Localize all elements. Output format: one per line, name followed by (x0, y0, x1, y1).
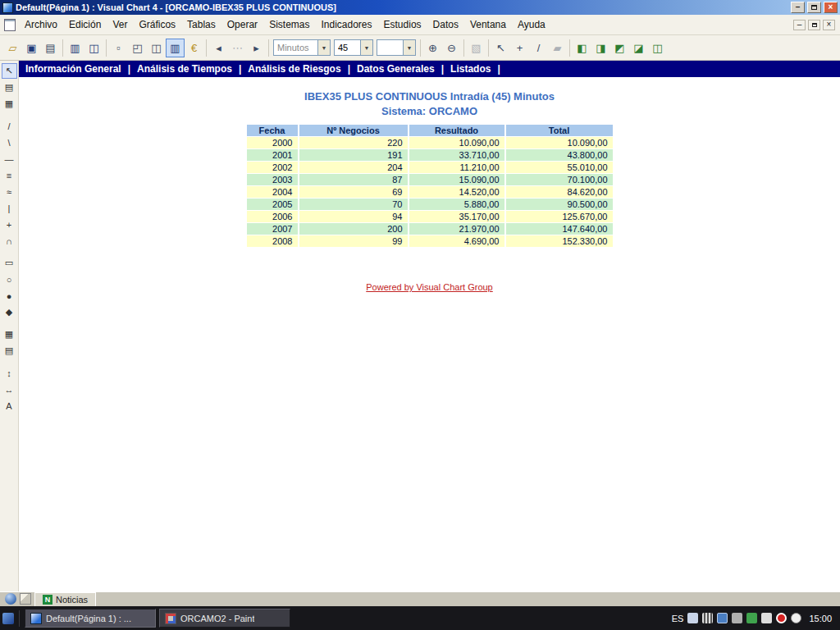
new-window-button[interactable]: ▫ (109, 39, 128, 57)
currency-button[interactable]: € (185, 39, 203, 57)
minimize-button[interactable]: – (791, 2, 805, 13)
period-value: Minutos (277, 43, 317, 52)
taskbar-button-paint[interactable]: ORCAMO2 - Paint (159, 609, 290, 628)
cell-negocios: 191 (299, 149, 408, 161)
nav-analisis-riesgos[interactable]: Análisis de Riesgos (248, 63, 340, 75)
crosshair-tool-button[interactable]: + (510, 39, 529, 57)
menu-edicion[interactable]: Edición (63, 16, 107, 33)
marker-tool-button[interactable]: ▰ (548, 39, 567, 57)
cell-total: 10.090,00 (506, 137, 613, 148)
tool-diamond-button[interactable]: ◆ (2, 304, 17, 320)
cell-resultado: 21.970,00 (409, 223, 504, 235)
pen-tool-button[interactable]: / (529, 39, 548, 57)
web-globe-icon[interactable] (5, 593, 16, 605)
close-icon: × (829, 3, 833, 11)
nav-datos-generales[interactable]: Datos Generales (357, 63, 435, 75)
menu-graficos[interactable]: Gráficos (133, 16, 181, 33)
language-indicator[interactable]: ES (672, 614, 684, 623)
quotes-view-button[interactable]: ◨ (591, 39, 610, 57)
mdi-minimize-button[interactable]: – (793, 20, 806, 30)
zoom-out-button[interactable]: ⊖ (442, 39, 461, 57)
arc-icon: ∩ (6, 236, 12, 246)
network-status-icon[interactable] (702, 613, 713, 623)
menu-estudios[interactable]: Estudios (378, 16, 427, 33)
tool-list-button[interactable]: ▤ (2, 343, 17, 358)
tile-windows-button[interactable]: ◫ (147, 39, 166, 57)
bar-chart-button[interactable]: ▥ (66, 39, 84, 57)
taskbar-button-visual-chart[interactable]: Default(Página 1) : ... (25, 609, 156, 628)
cascade-windows-button[interactable]: ◰ (128, 39, 147, 57)
close-button[interactable]: × (824, 2, 838, 13)
menu-indicadores[interactable]: Indicadores (315, 16, 377, 33)
save-button[interactable]: ▣ (22, 39, 41, 57)
tool-pointer-button[interactable]: ↖ (2, 63, 17, 79)
active-chart-view-button[interactable]: ▥ (166, 39, 185, 57)
nav-analisis-tiempos[interactable]: Análisis de Tiempos (137, 63, 232, 75)
depth-view-button[interactable]: ◩ (610, 39, 629, 57)
printer-icon: ▤ (45, 42, 55, 54)
menu-ventana[interactable]: Ventana (464, 16, 512, 33)
powered-by-link[interactable]: Powered by Visual Chart Group (366, 282, 493, 292)
nav-informacion-general[interactable]: Información General (25, 63, 121, 75)
chevron-down-icon[interactable]: ▼ (360, 40, 372, 55)
tab-noticias[interactable]: N Noticias (34, 592, 96, 606)
taskbar-clock[interactable]: 15:00 (809, 614, 832, 623)
menu-datos[interactable]: Datos (427, 16, 464, 33)
antivirus-icon[interactable] (776, 613, 787, 623)
nav-previous-button[interactable]: ◂ (209, 39, 228, 57)
tool-page-button[interactable]: ▤ (2, 80, 17, 95)
keyboard-layout-icon[interactable] (687, 613, 698, 623)
nav-pages-button[interactable]: ⋯ (228, 39, 247, 57)
pointer-tool-button[interactable]: ↖ (491, 39, 510, 57)
cell-negocios: 87 (299, 174, 408, 185)
tool-horizontal-arrows-button[interactable]: ↔ (2, 381, 17, 397)
messenger-icon[interactable] (746, 613, 757, 623)
nav-listados[interactable]: Listados (450, 63, 491, 75)
tool-parallel-lines-button[interactable]: ≡ (2, 167, 17, 183)
zoom-in-button[interactable]: ⊕ (423, 39, 442, 57)
compression-combobox[interactable]: 45 ▼ (334, 39, 373, 56)
positions-view-button[interactable]: ◪ (629, 39, 648, 57)
tool-filled-circle-button[interactable]: ● (2, 288, 17, 304)
chevron-down-icon[interactable]: ▼ (403, 40, 415, 55)
volume-icon[interactable] (761, 613, 772, 623)
tray-clock-icon[interactable] (791, 613, 801, 623)
tool-vertical-line-button[interactable]: | (2, 200, 17, 216)
tool-ellipse-button[interactable]: ○ (2, 272, 17, 287)
print-button[interactable]: ▤ (41, 39, 60, 57)
chevron-down-icon[interactable]: ▼ (317, 40, 330, 55)
menu-ayuda[interactable]: Ayuda (512, 16, 551, 33)
close-chart-button[interactable]: ▧ (467, 39, 486, 57)
tool-text-button[interactable]: A (2, 398, 17, 413)
open-button[interactable]: ▱ (3, 39, 22, 57)
units-combobox[interactable]: ▼ (377, 39, 416, 56)
menu-tablas[interactable]: Tablas (181, 16, 221, 33)
menu-ver[interactable]: Ver (107, 16, 133, 33)
period-combobox[interactable]: Minutos ▼ (273, 39, 331, 56)
orders-view-button[interactable]: ◫ (648, 39, 667, 57)
tool-trendline-up-button[interactable]: / (2, 118, 17, 134)
tool-trendline-down-button[interactable]: \ (2, 135, 17, 150)
restore-button[interactable] (807, 2, 821, 13)
tool-grid-button[interactable]: ▦ (2, 96, 17, 112)
quick-launch-icon[interactable] (2, 613, 14, 624)
compare-chart-button[interactable]: ◫ (84, 39, 103, 57)
tool-horizontal-line-button[interactable]: — (2, 151, 17, 167)
tool-rectangle-button[interactable]: ▭ (2, 255, 17, 271)
menu-archivo[interactable]: Archivo (19, 16, 63, 33)
pointer-page-icon[interactable] (20, 593, 31, 605)
mdi-close-button[interactable]: × (823, 20, 835, 30)
display-settings-icon[interactable] (717, 613, 728, 623)
menu-operar[interactable]: Operar (221, 16, 263, 33)
tool-arc-button[interactable]: ∩ (2, 233, 17, 249)
tool-vertical-arrows-button[interactable]: ↕ (2, 365, 17, 381)
menu-sistemas[interactable]: Sistemas (263, 16, 315, 33)
table-view-button[interactable]: ◧ (573, 39, 591, 57)
mdi-restore-button[interactable] (808, 20, 820, 30)
tool-wave-button[interactable]: ≈ (2, 184, 17, 199)
nav-next-button[interactable]: ▸ (247, 39, 266, 57)
tool-cross-button[interactable]: + (2, 217, 17, 232)
removable-device-icon[interactable] (732, 613, 742, 623)
tool-table-button[interactable]: ▦ (2, 326, 17, 342)
column-header-total: Total (506, 125, 613, 136)
